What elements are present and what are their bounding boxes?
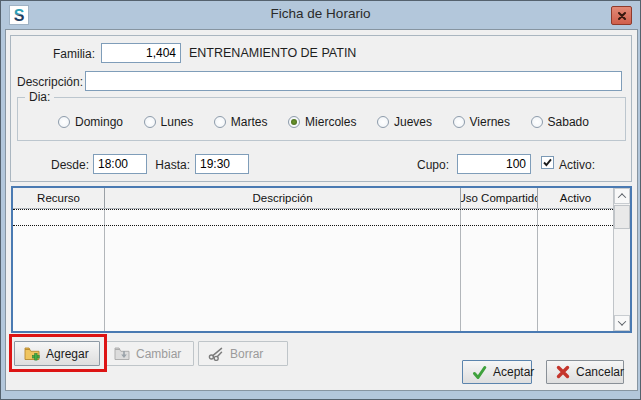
scroll-down-button[interactable] — [614, 315, 630, 331]
aceptar-button[interactable]: Aceptar — [462, 360, 532, 384]
table-header-row: Recurso Descripción Uso Compartido Activ… — [13, 188, 613, 209]
cancelar-label: Cancelar — [576, 365, 624, 379]
change-arrow-icon — [114, 346, 130, 361]
chevron-up-icon — [618, 193, 626, 201]
dialog-window: S S Ficha de Horario Familia: ENTRENAMIE… — [0, 0, 641, 400]
radio-circle-icon — [144, 116, 156, 128]
cupo-input[interactable] — [457, 154, 531, 174]
radio-circle-icon — [58, 116, 70, 128]
borrar-button[interactable]: Borrar — [198, 341, 288, 366]
day-radio-group: Domingo Lunes Martes Miercoles — [18, 98, 625, 140]
aceptar-label: Aceptar — [493, 365, 534, 379]
checkmark-icon — [542, 157, 553, 168]
hasta-label: Hasta: — [142, 158, 190, 172]
agregar-button[interactable]: Agregar — [14, 341, 100, 366]
cambiar-button[interactable]: Cambiar — [104, 341, 194, 366]
column-header-activo[interactable]: Activo — [538, 188, 613, 208]
desde-input[interactable] — [93, 154, 147, 174]
table-column-recurso — [13, 209, 105, 331]
close-icon — [617, 11, 627, 21]
borrar-label: Borrar — [230, 347, 263, 361]
descripcion-input[interactable] — [85, 71, 622, 91]
desde-label: Desde: — [37, 158, 89, 172]
schedule-form-panel: Familia: ENTRENAMIENTO DE PATIN Descripc… — [10, 35, 632, 182]
resources-table-main: Recurso Descripción Uso Compartido Activ… — [13, 188, 613, 331]
add-folder-icon — [24, 346, 40, 361]
dia-groupbox: Dia: Domingo Lunes Martes — [17, 97, 626, 141]
dia-legend: Dia: — [25, 90, 54, 104]
column-header-uso-compartido[interactable]: Uso Compartido — [461, 188, 538, 208]
x-icon — [556, 365, 570, 379]
dialog-content: Familia: ENTRENAMIENTO DE PATIN Descripc… — [5, 29, 638, 391]
radio-circle-selected-icon — [288, 116, 300, 128]
table-scrollbar[interactable] — [613, 188, 630, 331]
column-header-recurso[interactable]: Recurso — [13, 188, 105, 208]
selected-empty-row[interactable] — [13, 209, 613, 226]
cupo-label: Cupo: — [401, 158, 449, 172]
activo-checkbox[interactable] — [541, 156, 554, 169]
agregar-label: Agregar — [46, 347, 89, 361]
radio-label: Sabado — [548, 115, 589, 129]
radio-lunes[interactable]: Lunes — [144, 115, 194, 129]
radio-circle-icon — [453, 116, 465, 128]
scrollbar-thumb[interactable] — [614, 205, 630, 229]
radio-label: Miercoles — [305, 115, 356, 129]
radio-circle-icon — [377, 116, 389, 128]
radio-label: Martes — [231, 115, 268, 129]
resources-table: Recurso Descripción Uso Compartido Activ… — [11, 186, 632, 333]
table-column-descripcion — [105, 209, 461, 331]
hasta-input[interactable] — [195, 154, 249, 174]
radio-circle-icon — [214, 116, 226, 128]
scissors-icon — [208, 346, 224, 361]
familia-input[interactable] — [101, 43, 181, 63]
radio-viernes[interactable]: Viernes — [453, 115, 510, 129]
cancelar-button[interactable]: Cancelar — [546, 360, 624, 384]
activo-label: Activo: — [559, 158, 595, 172]
descripcion-label: Descripción: — [17, 75, 83, 89]
radio-sabado[interactable]: Sabado — [531, 115, 589, 129]
familia-name-text: ENTRENAMIENTO DE PATIN — [189, 46, 356, 60]
radio-label: Lunes — [161, 115, 194, 129]
radio-miercoles[interactable]: Miercoles — [288, 115, 356, 129]
titlebar: S S Ficha de Horario — [1, 1, 640, 29]
window-title: Ficha de Horario — [1, 6, 640, 21]
radio-label: Domingo — [75, 115, 123, 129]
table-column-activo — [538, 209, 613, 331]
radio-domingo[interactable]: Domingo — [58, 115, 123, 129]
familia-label: Familia: — [41, 47, 95, 61]
close-button[interactable] — [611, 6, 632, 25]
check-icon — [472, 365, 487, 380]
cambiar-label: Cambiar — [136, 347, 181, 361]
table-body[interactable] — [13, 209, 613, 331]
chevron-down-icon — [618, 317, 626, 325]
radio-label: Jueves — [394, 115, 432, 129]
scroll-up-button[interactable] — [614, 188, 630, 204]
radio-jueves[interactable]: Jueves — [377, 115, 432, 129]
table-column-uso-compartido — [461, 209, 538, 331]
radio-label: Viernes — [470, 115, 510, 129]
radio-circle-icon — [531, 116, 543, 128]
column-header-descripcion[interactable]: Descripción — [105, 188, 461, 208]
radio-martes[interactable]: Martes — [214, 115, 268, 129]
